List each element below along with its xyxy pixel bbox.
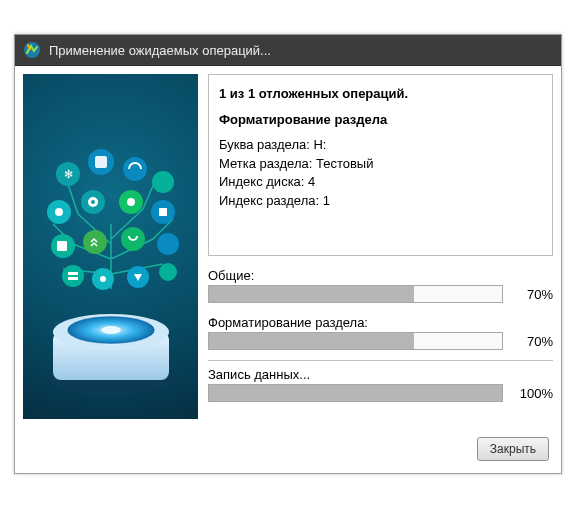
svg-point-11 <box>91 200 95 204</box>
progress-task: Форматирование раздела: 70% <box>208 315 553 350</box>
window-title: Применение ожидаемых операций... <box>49 43 271 58</box>
detail-row: Метка раздела: Тестовый <box>219 155 542 173</box>
progress-task-bar <box>208 332 503 350</box>
svg-rect-15 <box>57 241 67 251</box>
close-button[interactable]: Закрыть <box>477 437 549 461</box>
titlebar[interactable]: Применение ожидаемых операций... <box>15 35 561 66</box>
svg-rect-4 <box>95 156 107 168</box>
detail-row: Индекс диска: 4 <box>219 173 542 191</box>
svg-point-25 <box>159 263 177 281</box>
svg-point-8 <box>55 208 63 216</box>
progress-overall-percent: 70% <box>513 287 553 302</box>
dialog-footer: Закрыть <box>15 427 561 473</box>
progress-task-percent: 70% <box>513 334 553 349</box>
progress-write-percent: 100% <box>513 386 553 401</box>
progress-overall-bar <box>208 285 503 303</box>
svg-point-30 <box>101 326 121 334</box>
progress-write-bar <box>208 384 503 402</box>
operation-summary: 1 из 1 отложенных операций. <box>219 85 542 103</box>
operation-details: Буква раздела: H:Метка раздела: Тестовый… <box>219 136 542 209</box>
svg-point-0 <box>24 42 40 58</box>
svg-point-6 <box>152 171 174 193</box>
operation-name: Форматирование раздела <box>219 111 542 129</box>
svg-text:✻: ✻ <box>64 168 73 180</box>
separator <box>208 360 553 361</box>
detail-row: Индекс раздела: 1 <box>219 192 542 210</box>
svg-point-19 <box>62 265 84 287</box>
svg-point-18 <box>157 233 179 255</box>
dialog-window: Применение ожидаемых операций... ✻ <box>14 34 562 474</box>
svg-rect-20 <box>68 272 78 275</box>
detail-row: Буква раздела: H: <box>219 136 542 154</box>
progress-task-label: Форматирование раздела: <box>208 315 553 330</box>
svg-point-5 <box>123 157 147 181</box>
app-icon <box>23 41 41 59</box>
svg-rect-21 <box>68 277 78 280</box>
operation-info-box: 1 из 1 отложенных операций. Форматирован… <box>208 74 553 256</box>
progress-overall-label: Общие: <box>208 268 553 283</box>
illustration-panel: ✻ <box>23 74 198 419</box>
progress-overall: Общие: 70% <box>208 268 553 303</box>
content-area: ✻ <box>15 66 561 427</box>
right-panel: 1 из 1 отложенных операций. Форматирован… <box>208 74 553 419</box>
svg-point-16 <box>83 230 107 254</box>
svg-point-23 <box>100 276 106 282</box>
progress-write: Запись данных... 100% <box>208 367 553 402</box>
progress-write-label: Запись данных... <box>208 367 553 382</box>
